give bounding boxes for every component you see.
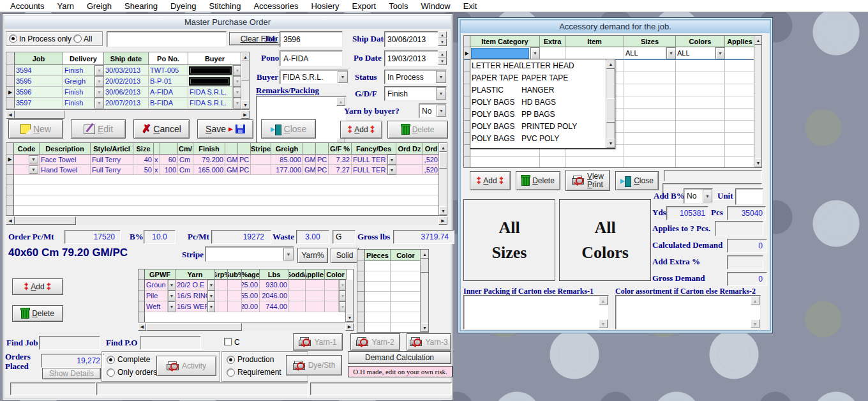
edit-button[interactable]: Edit <box>71 119 126 139</box>
pieces-grid-vscrollbar[interactable]: ▲ ▼ <box>420 250 428 332</box>
fancy-chevron-down-icon[interactable]: ▼ <box>387 155 396 165</box>
save-button[interactable]: Save ▶ <box>197 119 253 139</box>
menu-item-stitching[interactable]: Stitching <box>203 1 248 11</box>
job-row[interactable]: 3595 Greigh ▼ 20/02/2013 B-P-01 ▼ <box>6 76 249 87</box>
yarn-by-buyer-chevron-down-icon[interactable]: ▼ <box>437 105 446 117</box>
accessory-close-button[interactable]: Close <box>615 171 659 190</box>
find-po-input[interactable] <box>140 336 201 350</box>
yarn-pct-button[interactable]: Yarn% <box>297 248 328 263</box>
accessory-grid-vscrollbar[interactable]: ▲ ▼ <box>754 36 761 167</box>
gdf-combo[interactable]: Finish ▼ <box>384 86 447 101</box>
scroll-up-icon[interactable]: ▲ <box>241 52 250 61</box>
cancel-button[interactable]: ✗ Cancel <box>133 119 190 139</box>
yarn-row[interactable]: Weft ▼ 16/S WEFT ▼ 20.00 744.00 ▼ <box>138 301 353 312</box>
yarn-by-buyer-combo[interactable]: No ▼ <box>419 103 447 118</box>
job-grid-hscrollbar[interactable]: ◀ ▶ <box>6 110 250 119</box>
remarks1-scroll-up-icon[interactable]: ▲ <box>599 296 608 305</box>
accessory-delete-button[interactable]: Delete <box>516 171 560 190</box>
delivery-chevron-down-icon[interactable]: ▼ <box>94 87 104 98</box>
ship-date-spinner[interactable]: ▲ ▼ <box>438 31 447 46</box>
scroll-down-icon[interactable]: ▼ <box>346 314 354 322</box>
close-button[interactable]: Close <box>261 119 316 139</box>
add-extra-input[interactable] <box>727 255 763 269</box>
master-window-titlebar[interactable]: Master Purchase Order <box>4 16 451 29</box>
scroll-left-icon[interactable]: ◀ <box>6 110 15 119</box>
menu-item-accounts[interactable]: Accounts <box>4 1 50 11</box>
view-print-button[interactable]: View Print <box>565 170 610 191</box>
scroll-right-icon[interactable]: ▶ <box>438 216 447 225</box>
accessory-window-titlebar[interactable]: Accessory demand for the job. <box>461 20 770 33</box>
dropdown-option[interactable]: POLY BAGS HD BAGS <box>470 96 615 108</box>
stripe-combo[interactable]: ▼ <box>205 246 294 262</box>
remarks-2-textarea[interactable]: ▲ ▼ <box>615 295 761 329</box>
scroll-down-icon[interactable]: ▼ <box>421 323 429 332</box>
scroll-down-icon[interactable]: ▼ <box>606 139 615 148</box>
menu-item-shearing[interactable]: Shearing <box>118 1 164 11</box>
stripe-chevron-down-icon[interactable]: ▼ <box>283 248 294 261</box>
scroll-right-icon[interactable]: ▶ <box>241 110 250 119</box>
job-field[interactable]: 3596 <box>280 31 343 47</box>
po-date-spinner[interactable]: ▲ ▼ <box>438 50 447 65</box>
menu-item-dyeing[interactable]: Dyeing <box>164 1 202 11</box>
delivery-chevron-down-icon[interactable]: ▼ <box>94 65 104 76</box>
yarn-chevron-down-icon[interactable]: ▼ <box>207 301 215 312</box>
yarn-delete-button[interactable]: Delete <box>12 305 63 322</box>
yarn-grid-hscrollbar[interactable]: ◀ ▶ <box>138 323 354 331</box>
gdf-combo-chevron-down-icon[interactable]: ▼ <box>436 87 446 100</box>
dye-sth-button[interactable]: Dye/Sth <box>286 355 342 375</box>
item-category-chevron-down-icon[interactable]: ▼ <box>530 47 540 59</box>
applies-to-input[interactable] <box>715 221 763 236</box>
scroll-down-icon[interactable]: ▼ <box>241 100 250 109</box>
new-button[interactable]: New <box>8 119 63 139</box>
menu-item-greigh[interactable]: Greigh <box>80 1 118 11</box>
job-row[interactable]: 3594 Finish ▼ 30/03/2013 TWT-005 ▼ <box>6 65 249 76</box>
scroll-up-icon[interactable]: ▲ <box>606 59 615 69</box>
ship-date-field[interactable]: 30/06/2013 <box>384 31 442 47</box>
only-orders-radio[interactable] <box>107 368 115 377</box>
show-details-button[interactable]: Show Details <box>42 368 101 379</box>
status-combo-chevron-down-icon[interactable]: ▼ <box>436 71 446 83</box>
scroll-left-icon[interactable]: ◀ <box>138 323 146 331</box>
dropdown-option[interactable]: PAPER TAPE PAPER TAPE <box>470 72 615 84</box>
scroll-up-icon[interactable]: ▲ <box>754 36 762 45</box>
remarks2-scroll-down-icon[interactable]: ▼ <box>751 319 760 328</box>
yarn-row[interactable]: Groun ▼ 20/2 O.E ▼ 25.00 930.00 ▼ <box>138 280 353 291</box>
unit-input[interactable] <box>735 188 763 205</box>
product-row-selected[interactable]: ▶ ▼ Face Towel Full Terry 40 x 60 Cm 79.… <box>6 155 447 165</box>
solid-button[interactable]: Solid <box>331 248 359 263</box>
menu-item-window[interactable]: Window <box>415 1 457 11</box>
demand-calculation-button[interactable]: Demand Calculation <box>348 351 451 364</box>
job-row[interactable]: 3597 Finish ▼ 20/07/2013 B-FIDA FIDA S.R… <box>6 98 249 109</box>
po-date-spin-down-icon[interactable]: ▼ <box>438 57 447 65</box>
scroll-down-icon[interactable]: ▼ <box>439 206 447 215</box>
filter-input[interactable] <box>107 31 227 47</box>
job-row-selected[interactable]: ▶ 3596 Finish ▼ 30/06/2013 A-FIDA FIDA S… <box>6 87 249 98</box>
all-radio[interactable] <box>73 34 82 43</box>
yarn-grid-vscrollbar[interactable]: ▼ <box>345 280 353 322</box>
menu-item-export[interactable]: Export <box>346 1 383 11</box>
menu-item-hosiery[interactable]: Hosiery <box>304 1 345 11</box>
po-date-spin-up-icon[interactable]: ▲ <box>438 50 447 57</box>
po-date-field[interactable]: 19/03/2013 <box>384 50 442 66</box>
remarks-scroll-up-icon[interactable]: ▲ <box>336 97 345 106</box>
menu-item-accessories[interactable]: Accessories <box>247 1 304 11</box>
scroll-left-icon[interactable]: ◀ <box>6 216 15 225</box>
ship-date-spin-up-icon[interactable]: ▲ <box>438 31 447 38</box>
yarn-1-button[interactable]: Yarn-1 <box>293 333 343 351</box>
find-job-input[interactable] <box>39 336 100 350</box>
yarn-row[interactable]: Pile ▼ 16/S RING ▼ 55.00 2046.00 ▼ <box>138 291 353 301</box>
dropdown-option[interactable]: POLY BAGS PP BAGS <box>470 108 615 120</box>
item-add-button[interactable]: ✚✚ Add ✚✚ <box>340 121 382 139</box>
production-radio[interactable] <box>227 356 235 364</box>
status-combo[interactable]: In Process ▼ <box>384 70 447 84</box>
accessory-add-button[interactable]: ✚✚ Add ✚✚ <box>470 171 511 190</box>
menu-item-tools[interactable]: Tools <box>382 1 414 11</box>
add-b-chevron-down-icon[interactable]: ▼ <box>703 190 712 202</box>
dropdown-option[interactable]: POLY BAGS PVC POLY <box>470 132 615 144</box>
yarn-3-button[interactable]: Yarn-3 <box>407 333 451 351</box>
remarks-1-textarea[interactable]: ▲ ▼ <box>463 295 609 329</box>
job-grid-vscrollbar[interactable]: ▲ ▼ <box>241 52 249 109</box>
yarn-2-button[interactable]: Yarn-2 <box>350 333 400 351</box>
accessory-row-selected[interactable]: ▶ ▼ ALL ▼ ALL ▼ <box>464 47 761 60</box>
buyer-combo-chevron-down-icon[interactable]: ▼ <box>338 71 348 83</box>
